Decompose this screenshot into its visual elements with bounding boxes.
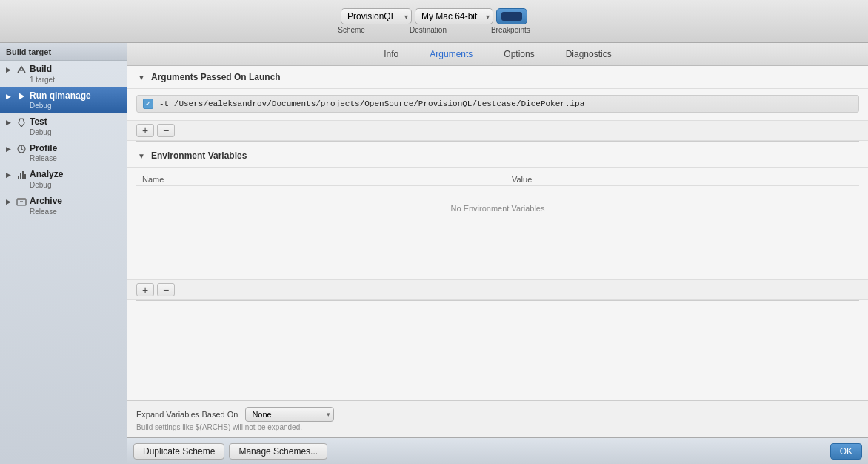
destination-dropdown-wrapper: My Mac 64-bit: [415, 8, 493, 24]
analyze-icon: [16, 170, 27, 180]
arguments-remove-button[interactable]: −: [157, 124, 175, 137]
expand-variables-dropdown[interactable]: None Build Settings Run: [245, 407, 334, 422]
build-icon: [16, 64, 27, 75]
analyze-arrow-icon: ▶: [4, 171, 12, 179]
svg-rect-5: [18, 176, 19, 179]
test-icon: [16, 117, 27, 127]
analyze-label: Analyze: [30, 169, 122, 181]
tab-options[interactable]: Options: [488, 46, 550, 62]
build-arrow-icon: ▶: [4, 66, 12, 73]
env-table: Name Value No Environment Variables: [136, 173, 859, 231]
breakpoints-button[interactable]: [496, 8, 527, 24]
env-section-title: Environment Variables: [151, 150, 247, 161]
expand-dropdown-wrapper: None Build Settings Run: [245, 407, 334, 422]
svg-rect-7: [22, 171, 24, 179]
env-add-button[interactable]: +: [136, 283, 154, 296]
content-bottom-bar: Duplicate Scheme Manage Schemes... OK: [127, 437, 868, 464]
tab-diagnostics[interactable]: Diagnostics: [550, 46, 627, 62]
sidebar-item-analyze[interactable]: ▶ Analyze Debug: [0, 166, 127, 193]
breakpoints-label: Breakpoints: [491, 26, 530, 34]
env-remove-button[interactable]: −: [157, 283, 175, 296]
build-sublabel: 1 target: [30, 76, 122, 84]
sidebar-item-profile[interactable]: ▶ Profile Release: [0, 140, 127, 167]
col-name-header: Name: [136, 173, 506, 186]
no-env-variables: No Environment Variables: [136, 186, 859, 231]
scheme-dropdown-wrapper: ProvisionQL: [341, 8, 412, 24]
scheme-dropdown[interactable]: ProvisionQL: [341, 8, 412, 24]
test-sublabel: Debug: [30, 128, 122, 137]
analyze-sublabel: Debug: [30, 181, 122, 190]
sidebar-item-archive[interactable]: ▶ Archive Release: [0, 193, 127, 219]
profile-sublabel: Release: [30, 154, 122, 163]
build-target-header: Build target: [0, 43, 127, 61]
duplicate-scheme-button-2[interactable]: Duplicate Scheme: [133, 443, 224, 460]
run-icon: [16, 91, 27, 102]
manage-schemes-button-2[interactable]: Manage Schemes...: [229, 443, 327, 460]
build-target-title: Build target: [6, 47, 121, 56]
svg-line-4: [21, 149, 24, 150]
svg-rect-6: [20, 173, 21, 179]
toolbar-labels: Scheme Destination Breakpoints: [338, 26, 530, 34]
checkmark-icon: ✓: [145, 100, 151, 107]
svg-rect-9: [17, 199, 26, 205]
sidebar-item-run[interactable]: ▶ Run qlmanage Debug: [0, 87, 127, 114]
sidebar: Build target ▶ Build 1 target ▶ Run qlma…: [0, 43, 127, 464]
tab-bar: Info Arguments Options Diagnostics: [127, 43, 868, 66]
toolbar-center: ProvisionQL My Mac 64-bit Scheme Destina…: [338, 8, 530, 34]
arguments-add-remove-bar: + −: [127, 120, 868, 141]
profile-icon: [16, 144, 27, 154]
test-arrow-icon: ▶: [4, 119, 12, 126]
profile-arrow-icon: ▶: [4, 145, 12, 153]
ok-button[interactable]: OK: [830, 443, 862, 460]
run-sublabel: Debug: [30, 102, 122, 110]
scheme-label: Scheme: [338, 26, 365, 34]
sidebar-item-test[interactable]: ▶ Test Debug: [0, 113, 127, 140]
arguments-section-header: ▼ Arguments Passed On Launch: [127, 66, 868, 89]
main-container: Build target ▶ Build 1 target ▶ Run qlma…: [0, 43, 868, 464]
expand-note: Build settings like $(ARCHS) will not be…: [136, 423, 859, 431]
arguments-list: ✓ -t /Users/ealeksandrov/Documents/proje…: [127, 89, 868, 120]
svg-rect-10: [17, 198, 26, 200]
run-label: Run qlmanage: [30, 90, 122, 102]
content-panel: Info Arguments Options Diagnostics ▼ Arg…: [127, 43, 868, 464]
destination-dropdown[interactable]: My Mac 64-bit: [415, 8, 493, 24]
argument-row-0: ✓ -t /Users/ealeksandrov/Documents/proje…: [136, 95, 859, 113]
profile-label: Profile: [30, 143, 122, 155]
argument-text-0: -t /Users/ealeksandrov/Documents/project…: [159, 99, 584, 108]
archive-icon: [16, 196, 27, 207]
arguments-add-button[interactable]: +: [136, 124, 154, 137]
sidebar-item-build-text: Build 1 target: [30, 64, 122, 84]
content-area: ▼ Arguments Passed On Launch ✓ -t /Users…: [127, 66, 868, 464]
sidebar-item-analyze-text: Analyze Debug: [30, 169, 122, 190]
build-label: Build: [30, 64, 122, 76]
footer-area: Expand Variables Based On None Build Set…: [127, 400, 868, 437]
sidebar-item-profile-text: Profile Release: [30, 143, 122, 164]
no-env-text: No Environment Variables: [142, 189, 853, 228]
section-divider-1: [136, 141, 859, 142]
archive-arrow-icon: ▶: [4, 198, 12, 205]
sidebar-item-run-text: Run qlmanage Debug: [30, 90, 122, 111]
sidebar-item-build[interactable]: ▶ Build 1 target: [0, 61, 127, 87]
destination-label: Destination: [410, 26, 447, 34]
sidebar-item-archive-text: Archive Release: [30, 196, 122, 216]
arguments-section-title: Arguments Passed On Launch: [151, 72, 281, 82]
env-section-header: ▼ Environment Variables: [127, 145, 868, 168]
argument-checkbox-0[interactable]: ✓: [143, 99, 153, 109]
arguments-toggle-icon[interactable]: ▼: [136, 72, 147, 82]
env-add-remove-bar: + −: [127, 279, 868, 300]
breakpoints-icon: [501, 12, 522, 21]
tab-info[interactable]: Info: [368, 46, 414, 62]
col-value-header: Value: [506, 173, 859, 186]
env-content: Name Value No Environment Variables: [127, 168, 868, 279]
test-label: Test: [30, 116, 122, 128]
sidebar-item-test-text: Test Debug: [30, 116, 122, 137]
archive-sublabel: Release: [30, 208, 122, 216]
tab-arguments[interactable]: Arguments: [414, 46, 488, 62]
env-toggle-icon[interactable]: ▼: [136, 150, 147, 161]
svg-rect-8: [24, 174, 26, 179]
expand-row: Expand Variables Based On None Build Set…: [136, 407, 859, 422]
archive-label: Archive: [30, 196, 122, 208]
content-spacer: [127, 301, 868, 401]
run-arrow-icon: ▶: [4, 93, 12, 100]
toolbar: ProvisionQL My Mac 64-bit Scheme Destina…: [0, 0, 868, 43]
